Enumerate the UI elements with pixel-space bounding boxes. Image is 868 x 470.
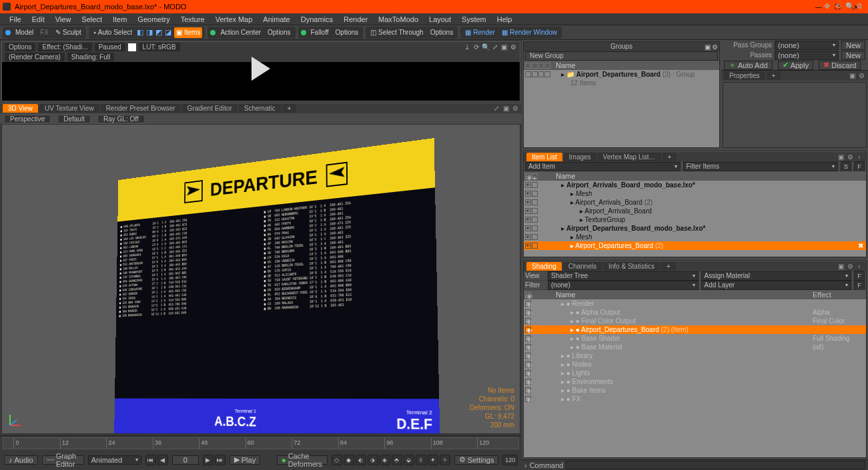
prop-max-icon[interactable]: ▣ bbox=[848, 72, 856, 80]
close-icon[interactable]: ✖ bbox=[858, 242, 863, 249]
frame-field[interactable]: 0 bbox=[172, 455, 199, 465]
menu-item[interactable]: Item bbox=[107, 14, 132, 25]
preview-expand-icon[interactable]: ⤢ bbox=[491, 43, 498, 51]
tab-uvtexture[interactable]: UV Texture View bbox=[39, 104, 99, 113]
passes-new-button[interactable]: New bbox=[841, 51, 865, 60]
menu-select[interactable]: Select bbox=[76, 14, 107, 25]
default-dropdown[interactable]: Default bbox=[57, 115, 91, 123]
apply-button[interactable]: ✔Apply bbox=[778, 61, 814, 70]
itemlist-row[interactable]: 👁▸ Airport_Departures_Board (2)✖ bbox=[524, 241, 866, 250]
itemlist-f-button[interactable]: F bbox=[854, 161, 865, 172]
play-icon[interactable] bbox=[252, 57, 270, 81]
menu-file[interactable]: File bbox=[4, 14, 27, 25]
step-fwd-button[interactable]: ▶ bbox=[203, 455, 213, 465]
preview-camera[interactable]: (Render Camera) bbox=[5, 53, 65, 61]
swatch-icon[interactable] bbox=[128, 43, 136, 51]
shading-gear-icon[interactable]: ⚙ bbox=[846, 263, 854, 271]
options3-button[interactable]: Options bbox=[428, 27, 455, 38]
timeline-end-field[interactable]: 120 bbox=[502, 455, 518, 465]
preview-lut[interactable]: LUT: sRGB bbox=[139, 43, 180, 51]
groups-name-header[interactable]: Name bbox=[552, 61, 719, 69]
shading-row[interactable]: 👁▸ ● Airport_Departures_Board (2) (Item) bbox=[524, 325, 866, 334]
command-arrow-icon[interactable]: › bbox=[524, 461, 527, 469]
tab-shading[interactable]: Shading bbox=[526, 262, 562, 271]
goto-start-button[interactable]: ⏮ bbox=[145, 455, 156, 465]
goto-end-button[interactable]: ⏭ bbox=[215, 455, 226, 465]
tab-shading-add[interactable]: + bbox=[661, 262, 676, 271]
actioncenter-button[interactable]: Action Center bbox=[218, 27, 263, 38]
falloff-button[interactable]: Falloff bbox=[309, 27, 331, 38]
menu-system[interactable]: System bbox=[456, 14, 492, 25]
menu-animate[interactable]: Animate bbox=[258, 14, 295, 25]
shadertree-dropdown[interactable]: Shader Tree bbox=[548, 271, 699, 281]
menu-vertexmap[interactable]: Vertex Map bbox=[210, 14, 258, 25]
shading-effect-header[interactable]: Effect bbox=[813, 291, 866, 299]
groups-max-icon[interactable]: ▣ bbox=[705, 43, 711, 52]
tab-3dview[interactable]: 3D View bbox=[3, 104, 38, 113]
shading-row[interactable]: 👁▸ ● Final Color OutputFinal Color bbox=[524, 317, 866, 325]
passgroups-dropdown[interactable]: (none) bbox=[775, 41, 839, 50]
key2-button[interactable]: ◆ bbox=[344, 455, 354, 465]
vp-gear-icon[interactable]: ⚙ bbox=[511, 105, 519, 113]
preview-paused[interactable]: Paused bbox=[95, 43, 125, 51]
itemlist-gear-icon[interactable]: ⚙ bbox=[846, 153, 854, 161]
audio-button[interactable]: ♪Audio bbox=[4, 455, 38, 465]
tab-itemlist[interactable]: Item List bbox=[526, 153, 562, 161]
itemlist-arrow-icon[interactable]: › bbox=[855, 153, 863, 161]
menu-layout[interactable]: Layout bbox=[424, 14, 456, 25]
newgroup-button[interactable]: New Group bbox=[525, 51, 718, 61]
tab-itemlist-add[interactable]: + bbox=[663, 153, 677, 161]
passgroups-new-button[interactable]: New bbox=[841, 41, 865, 50]
step-back-button[interactable]: ◀ bbox=[157, 455, 168, 465]
filteritems-field[interactable]: Filter Items bbox=[683, 162, 839, 171]
preview-shading[interactable]: Shading: Full bbox=[67, 53, 114, 61]
key6-button[interactable]: ⬘ bbox=[392, 455, 402, 465]
preview-refresh-icon[interactable]: ⟳ bbox=[472, 43, 480, 51]
3d-viewport[interactable]: DEPARTURE ■ 444 ATLANTA 14'1 1 A 260-461… bbox=[1, 124, 520, 434]
shading-row[interactable]: 👁▸ ● Library bbox=[524, 351, 866, 360]
vp-move-icon[interactable]: ✥ bbox=[824, 2, 832, 10]
additem-dropdown[interactable]: Add Item bbox=[525, 162, 681, 171]
cube1-icon[interactable]: ◧ bbox=[137, 28, 143, 37]
animated-dropdown[interactable]: Animated bbox=[88, 455, 141, 465]
settings-button[interactable]: ⚙Settings bbox=[454, 455, 499, 465]
menu-maxtomodo[interactable]: MaxToModo bbox=[373, 14, 424, 25]
preview-effect[interactable]: Effect: (Shadi... bbox=[38, 43, 91, 51]
key4-button[interactable]: ⬗ bbox=[368, 455, 378, 465]
key8-button[interactable]: ◊ bbox=[416, 455, 426, 465]
cube4-icon[interactable]: ◪ bbox=[165, 28, 171, 37]
tab-schematic[interactable]: Schematic bbox=[239, 104, 281, 113]
shading-row[interactable]: 👁▸ ● Bake Items bbox=[524, 386, 866, 395]
itemlist-name-header[interactable]: Name bbox=[552, 172, 866, 180]
raygl-dropdown[interactable]: Ray GL: Off bbox=[97, 115, 145, 123]
cube3-icon[interactable]: ◩ bbox=[155, 28, 162, 37]
shading-row[interactable]: 👁▸ ● Lights bbox=[524, 369, 866, 377]
preview-gear-icon[interactable]: ⚙ bbox=[510, 43, 517, 51]
selectthrough-button[interactable]: ◫Select Through bbox=[368, 27, 426, 38]
preview-save-icon[interactable]: ⤓ bbox=[463, 43, 470, 51]
prop-gear-icon[interactable]: ⚙ bbox=[857, 72, 865, 80]
shading-row[interactable]: 👁▸ ● Base Material(all) bbox=[524, 343, 866, 351]
itemlist-row[interactable]: 👁▸ Airport_Departures_Board_modo_base.lx… bbox=[524, 224, 866, 233]
menu-geometry[interactable]: Geometry bbox=[132, 14, 175, 25]
discard-button[interactable]: ✖Discard bbox=[819, 61, 861, 70]
menu-view[interactable]: View bbox=[50, 14, 77, 25]
itemlist-row[interactable]: 👁▸ Airport_Arrivals_Board (2) bbox=[524, 198, 866, 207]
group-row[interactable]: ▸ 📁 Airport_Departures_Board (3) : Group bbox=[552, 71, 719, 78]
vp-gear2-icon[interactable]: ⚙ bbox=[856, 2, 864, 10]
preview-options[interactable]: Options bbox=[5, 43, 35, 51]
addlayer-dropdown[interactable]: Add Layer bbox=[701, 281, 852, 290]
shading-row[interactable]: 👁▸ ● Environments bbox=[524, 377, 866, 386]
options1-button[interactable]: Options bbox=[266, 27, 292, 38]
key5-button[interactable]: ◈ bbox=[380, 455, 390, 465]
key9-button[interactable]: ✦ bbox=[428, 455, 438, 465]
itemlist-row[interactable]: 👁▸ TextureGroup bbox=[524, 215, 866, 224]
axis-gizmo-icon[interactable] bbox=[7, 412, 23, 428]
menu-help[interactable]: Help bbox=[492, 14, 518, 25]
tab-properties-add[interactable]: + bbox=[767, 71, 781, 80]
autoselect-button[interactable]: ⭑Auto Select bbox=[91, 27, 134, 38]
shading-row[interactable]: 👁▸ ● Render bbox=[524, 299, 866, 308]
vp-zoom-icon[interactable]: 🔍 bbox=[845, 2, 853, 10]
shading-arrow-icon[interactable]: › bbox=[855, 263, 863, 271]
tab-add[interactable]: + bbox=[282, 104, 297, 113]
